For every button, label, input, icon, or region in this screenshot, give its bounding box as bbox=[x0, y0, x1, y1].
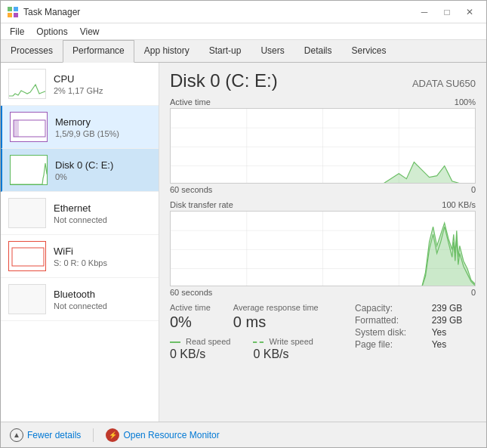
left-stats: Active time 0% Average response time 0 m… bbox=[170, 303, 355, 361]
speed-stats-row: Read speed 0 KB/s Write speed 0 KB/s bbox=[170, 337, 355, 361]
disk-thumbnail bbox=[10, 155, 48, 185]
active-time-time-row: 60 seconds 0 bbox=[170, 185, 476, 194]
tab-services[interactable]: Services bbox=[341, 40, 396, 63]
ethernet-thumbnail bbox=[8, 198, 46, 228]
transfer-time-left: 60 seconds bbox=[170, 288, 212, 297]
wifi-info: WiFi S: 0 R: 0 Kbps bbox=[54, 246, 151, 267]
transfer-rate-max: 100 KB/s bbox=[442, 200, 476, 209]
active-time-stat-value: 0% bbox=[170, 314, 211, 331]
tab-details[interactable]: Details bbox=[294, 40, 342, 63]
active-time-max: 100% bbox=[455, 97, 476, 107]
cpu-label: CPU bbox=[54, 73, 151, 85]
cpu-info: CPU 2% 1,17 GHz bbox=[54, 73, 151, 95]
tab-app-history[interactable]: App history bbox=[134, 40, 199, 63]
tab-processes[interactable]: Processes bbox=[1, 40, 63, 63]
avg-response-stat: Average response time 0 ms bbox=[233, 303, 319, 331]
disk-model: ADATA SU650 bbox=[412, 78, 476, 89]
active-time-chart-section: Active time 100% bbox=[170, 97, 476, 194]
active-time-chart bbox=[170, 108, 476, 184]
menu-view[interactable]: View bbox=[77, 25, 103, 39]
right-stats: Capacity: 239 GB Formatted: 239 GB Syste… bbox=[355, 303, 476, 361]
title-bar-controls: ─ □ ✕ bbox=[414, 5, 480, 20]
read-speed-value: 0 KB/s bbox=[170, 348, 230, 361]
title-bar-left: Task Manager bbox=[7, 6, 80, 18]
active-time-label-row: Active time 100% bbox=[170, 97, 476, 107]
svg-rect-2 bbox=[8, 13, 12, 17]
tab-performance[interactable]: Performance bbox=[63, 40, 134, 63]
write-speed-value: 0 KB/s bbox=[253, 348, 313, 361]
fewer-details-icon: ▲ bbox=[10, 428, 23, 442]
disk-title: Disk 0 (C: E:) bbox=[170, 70, 278, 91]
bluetooth-label: Bluetooth bbox=[54, 289, 151, 300]
disk-sub: 0% bbox=[55, 172, 151, 181]
sidebar-item-cpu[interactable]: CPU 2% 1,17 GHz bbox=[1, 63, 159, 106]
svg-rect-12 bbox=[9, 285, 46, 314]
system-disk-label: System disk: bbox=[355, 327, 420, 338]
sidebar-item-disk[interactable]: Disk 0 (C: E:) 0% bbox=[1, 149, 159, 192]
ethernet-info: Ethernet Not connected bbox=[54, 202, 151, 224]
transfer-rate-label-row: Disk transfer rate 100 KB/s bbox=[170, 200, 476, 209]
wifi-thumbnail bbox=[8, 241, 46, 271]
memory-label: Memory bbox=[55, 116, 151, 128]
cpu-thumbnail bbox=[8, 69, 46, 99]
wifi-label: WiFi bbox=[54, 246, 151, 257]
active-time-stat-label: Active time bbox=[170, 303, 211, 312]
main-panel: Disk 0 (C: E:) ADATA SU650 Active time 1… bbox=[159, 63, 486, 422]
minimize-button[interactable]: ─ bbox=[414, 5, 435, 20]
menu-options[interactable]: Options bbox=[33, 25, 70, 39]
transfer-rate-chart-section: Disk transfer rate 100 KB/s bbox=[170, 200, 476, 297]
sidebar-item-ethernet[interactable]: Ethernet Not connected bbox=[1, 192, 159, 235]
active-time-right: 0 bbox=[471, 185, 476, 194]
sidebar-item-memory[interactable]: Memory 1,5/9,9 GB (15%) bbox=[1, 106, 159, 149]
top-stats-row: Active time 0% Average response time 0 m… bbox=[170, 303, 355, 331]
sidebar-item-wifi[interactable]: WiFi S: 0 R: 0 Kbps bbox=[1, 235, 159, 278]
transfer-rate-chart bbox=[170, 211, 476, 286]
menu-file[interactable]: File bbox=[7, 25, 27, 39]
tab-users[interactable]: Users bbox=[251, 40, 294, 63]
window-title: Task Manager bbox=[23, 7, 80, 17]
tab-startup[interactable]: Start-up bbox=[199, 40, 251, 63]
main-header: Disk 0 (C: E:) ADATA SU650 bbox=[170, 70, 476, 91]
transfer-rate-label: Disk transfer rate bbox=[170, 200, 233, 209]
svg-rect-0 bbox=[8, 7, 12, 11]
stats-section: Active time 0% Average response time 0 m… bbox=[170, 303, 476, 361]
bluetooth-sub: Not connected bbox=[54, 301, 151, 311]
svg-rect-7 bbox=[14, 120, 19, 137]
disk-info: Disk 0 (C: E:) 0% bbox=[55, 159, 151, 181]
maximize-button[interactable]: □ bbox=[436, 5, 458, 20]
tabs-bar: Processes Performance App history Start-… bbox=[1, 40, 486, 63]
ethernet-label: Ethernet bbox=[54, 202, 151, 214]
formatted-label: Formatted: bbox=[355, 315, 420, 326]
resource-monitor-icon: ⚡ bbox=[106, 428, 119, 442]
active-time-label: Active time bbox=[170, 97, 211, 107]
fewer-details-label: Fewer details bbox=[27, 430, 81, 440]
avg-response-stat-value: 0 ms bbox=[233, 314, 319, 331]
menu-bar: File Options View bbox=[1, 23, 486, 40]
divider bbox=[93, 428, 94, 442]
task-manager-window: Task Manager ─ □ ✕ File Options View Pro… bbox=[0, 0, 487, 448]
capacity-value: 239 GB bbox=[432, 303, 476, 314]
transfer-time-right: 0 bbox=[471, 288, 476, 297]
wifi-sub: S: 0 R: 0 Kbps bbox=[54, 258, 151, 267]
fewer-details-button[interactable]: ▲ Fewer details bbox=[10, 428, 81, 442]
svg-rect-9 bbox=[9, 199, 46, 228]
memory-info: Memory 1,5/9,9 GB (15%) bbox=[55, 116, 151, 138]
sidebar: CPU 2% 1,17 GHz Memory 1,5/9,9 GB (15%) bbox=[1, 63, 159, 422]
page-file-label: Page file: bbox=[355, 339, 420, 350]
close-button[interactable]: ✕ bbox=[459, 5, 480, 20]
sidebar-item-bluetooth[interactable]: Bluetooth Not connected bbox=[1, 278, 159, 321]
app-icon bbox=[7, 6, 19, 18]
title-bar: Task Manager ─ □ ✕ bbox=[1, 1, 486, 23]
active-time-stat: Active time 0% bbox=[170, 303, 211, 331]
write-speed-label: Write speed bbox=[253, 337, 313, 346]
bottom-bar: ▲ Fewer details ⚡ Open Resource Monitor bbox=[1, 422, 486, 447]
write-speed-stat: Write speed 0 KB/s bbox=[253, 337, 313, 361]
read-speed-stat: Read speed 0 KB/s bbox=[170, 337, 230, 361]
bluetooth-info: Bluetooth Not connected bbox=[54, 289, 151, 311]
read-speed-label: Read speed bbox=[170, 337, 230, 346]
bluetooth-thumbnail bbox=[8, 284, 46, 314]
open-resource-monitor-button[interactable]: ⚡ Open Resource Monitor bbox=[106, 428, 219, 442]
ethernet-sub: Not connected bbox=[54, 215, 151, 224]
svg-rect-10 bbox=[9, 242, 46, 271]
cpu-sub: 2% 1,17 GHz bbox=[54, 86, 151, 95]
